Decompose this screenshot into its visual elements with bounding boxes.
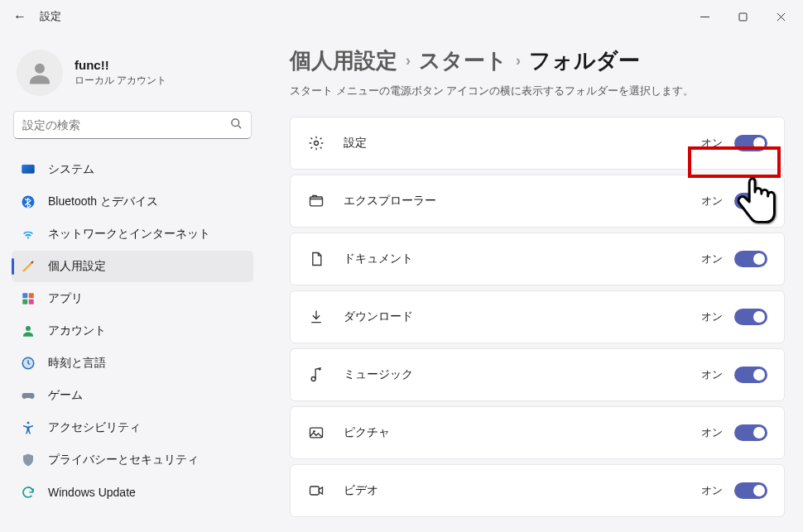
card-documents: ドキュメント オン: [290, 232, 785, 285]
music-icon: [305, 367, 327, 383]
crumb-personalization[interactable]: 個人用設定: [290, 46, 397, 75]
nav-label: システム: [48, 162, 94, 177]
nav-list: システム Bluetooth とデバイス ネットワークとインターネット 個人用設…: [10, 154, 255, 508]
card-label: ビデオ: [344, 483, 701, 498]
crumb-start[interactable]: スタート: [419, 46, 507, 75]
svg-rect-9: [29, 300, 34, 304]
svg-rect-14: [310, 197, 323, 206]
system-icon: [20, 161, 36, 178]
card-settings: 設定 オン: [290, 117, 785, 170]
card-music: ミュージック オン: [290, 348, 785, 401]
sidebar: func!! ローカル アカウント システム Bluetooth とデバイス: [0, 33, 265, 532]
page-subtitle: スタート メニューの電源ボタン アイコンの横に表示するフォルダーを選択します。: [290, 84, 785, 98]
paint-icon: [20, 258, 36, 275]
apps-icon: [20, 290, 36, 307]
gear-icon: [305, 135, 327, 151]
svg-rect-4: [22, 165, 35, 174]
maximize-button[interactable]: [724, 3, 762, 30]
content-pane: 個人用設定 › スタート › フォルダー スタート メニューの電源ボタン アイコ…: [265, 33, 803, 532]
svg-point-16: [319, 368, 321, 371]
picture-icon: [305, 424, 327, 441]
card-label: ドキュメント: [344, 252, 701, 266]
time-icon: [20, 355, 36, 371]
card-label: ピクチャ: [344, 425, 701, 440]
nav-label: ネットワークとインターネット: [48, 227, 210, 242]
svg-rect-19: [310, 486, 320, 495]
toggle-state: オン: [701, 194, 723, 208]
svg-point-2: [232, 119, 239, 127]
svg-point-15: [311, 377, 315, 381]
nav-system[interactable]: システム: [12, 154, 253, 185]
toggle-state: オン: [701, 136, 723, 151]
nav-accessibility[interactable]: アクセシビリティ: [12, 412, 253, 443]
document-icon: [305, 251, 327, 267]
nav-label: Bluetooth とデバイス: [48, 194, 158, 209]
toggle-settings[interactable]: [734, 135, 767, 151]
toggle-documents[interactable]: [734, 251, 767, 267]
close-button[interactable]: [762, 3, 800, 30]
toggle-videos[interactable]: [734, 482, 767, 499]
toggle-music[interactable]: [734, 367, 767, 383]
nav-accounts[interactable]: アカウント: [12, 315, 253, 347]
nav-personalization[interactable]: 個人用設定: [12, 251, 253, 282]
chevron-right-icon: ›: [516, 52, 521, 69]
nav-label: Windows Update: [48, 486, 136, 499]
nav-apps[interactable]: アプリ: [12, 283, 253, 314]
card-videos: ビデオ オン: [290, 464, 785, 517]
svg-point-10: [26, 326, 31, 331]
search-input[interactable]: [22, 118, 230, 132]
nav-privacy[interactable]: プライバシーとセキュリティ: [12, 444, 253, 476]
bluetooth-icon: [20, 194, 36, 210]
card-downloads: ダウンロード オン: [290, 290, 785, 343]
toggle-explorer[interactable]: [734, 193, 767, 209]
card-label: 設定: [344, 136, 701, 151]
nav-label: プライバシーとセキュリティ: [48, 453, 199, 467]
nav-label: 時刻と言語: [48, 356, 106, 371]
svg-point-13: [315, 141, 319, 146]
profile-block[interactable]: func!! ローカル アカウント: [10, 43, 255, 111]
shield-icon: [20, 452, 36, 468]
back-button[interactable]: ←: [3, 9, 36, 24]
search-box[interactable]: [13, 111, 252, 139]
toggle-downloads[interactable]: [734, 309, 767, 325]
crumb-folders: フォルダー: [529, 46, 640, 75]
toggle-state: オン: [701, 483, 723, 498]
game-icon: [20, 387, 36, 404]
nav-time[interactable]: 時刻と言語: [12, 347, 253, 379]
minimize-button[interactable]: [685, 3, 724, 30]
svg-point-12: [27, 422, 30, 424]
breadcrumb: 個人用設定 › スタート › フォルダー: [290, 46, 785, 75]
update-icon: [20, 484, 36, 501]
title-bar: ← 設定: [0, 0, 803, 33]
nav-network[interactable]: ネットワークとインターネット: [12, 218, 253, 250]
explorer-icon: [305, 193, 327, 209]
nav-label: アプリ: [48, 291, 83, 306]
card-pictures: ピクチャ オン: [290, 406, 785, 459]
nav-bluetooth[interactable]: Bluetooth とデバイス: [12, 186, 253, 218]
nav-gaming[interactable]: ゲーム: [12, 380, 253, 411]
search-icon: [230, 117, 243, 132]
video-icon: [305, 482, 327, 499]
accessibility-icon: [20, 419, 36, 436]
chevron-right-icon: ›: [406, 52, 411, 69]
toggle-state: オン: [701, 309, 723, 324]
svg-point-5: [22, 196, 35, 208]
card-label: エクスプローラー: [344, 194, 701, 208]
svg-rect-8: [22, 300, 27, 304]
toggle-state: オン: [701, 252, 723, 266]
card-explorer: エクスプローラー オン: [290, 175, 785, 228]
svg-rect-0: [739, 13, 747, 21]
card-label: ダウンロード: [344, 309, 701, 324]
window-title: 設定: [40, 9, 61, 24]
avatar: [17, 50, 63, 96]
nav-label: アカウント: [48, 324, 106, 338]
nav-label: アクセシビリティ: [48, 420, 141, 435]
profile-name: func!!: [75, 58, 166, 72]
profile-subtitle: ローカル アカウント: [75, 74, 166, 88]
toggle-pictures[interactable]: [734, 424, 767, 441]
wifi-icon: [20, 226, 36, 242]
toggle-state: オン: [701, 367, 723, 382]
nav-label: 個人用設定: [48, 259, 106, 274]
nav-update[interactable]: Windows Update: [12, 477, 253, 508]
card-label: ミュージック: [344, 367, 701, 382]
